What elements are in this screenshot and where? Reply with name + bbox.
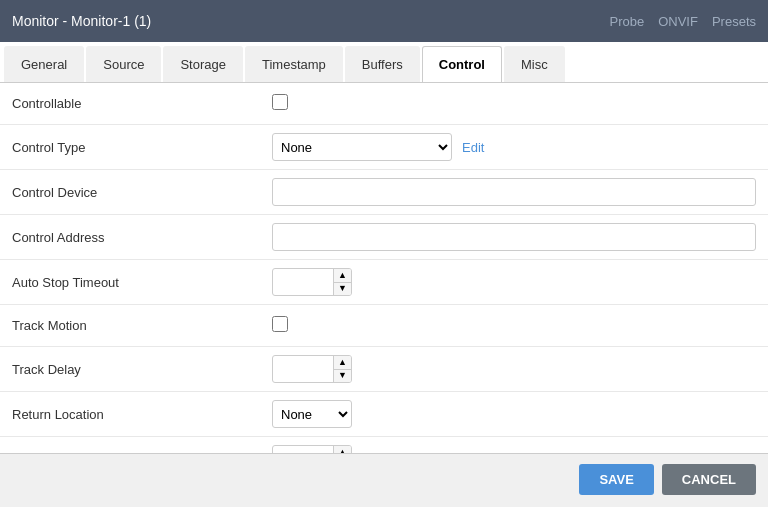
control-control-type: None Edit	[272, 133, 756, 161]
tab-source[interactable]: Source	[86, 46, 161, 82]
control-controllable	[272, 94, 756, 113]
row-track-delay: Track Delay ▲ ▼	[0, 347, 768, 392]
form-content: Controllable Control Type None Edit Cont…	[0, 83, 768, 453]
control-track-motion	[272, 316, 756, 335]
track-delay-input[interactable]	[273, 356, 333, 382]
label-control-device: Control Device	[12, 185, 272, 200]
tab-general[interactable]: General	[4, 46, 84, 82]
control-type-edit-link[interactable]: Edit	[462, 140, 484, 155]
label-control-type: Control Type	[12, 140, 272, 155]
row-control-type: Control Type None Edit	[0, 125, 768, 170]
header: Monitor - Monitor-1 (1) Probe ONVIF Pres…	[0, 0, 768, 42]
save-button[interactable]: SAVE	[579, 464, 653, 495]
cancel-button[interactable]: CANCEL	[662, 464, 756, 495]
label-return-location: Return Location	[12, 407, 272, 422]
footer: SAVE CANCEL	[0, 453, 768, 505]
auto-stop-timeout-spinner: ▲ ▼	[272, 268, 352, 296]
control-track-delay: ▲ ▼	[272, 355, 756, 383]
auto-stop-timeout-down[interactable]: ▼	[334, 283, 351, 296]
page-title: Monitor - Monitor-1 (1)	[12, 13, 151, 29]
auto-stop-timeout-up[interactable]: ▲	[334, 269, 351, 283]
row-return-location: Return Location None	[0, 392, 768, 437]
control-device-input[interactable]	[272, 178, 756, 206]
track-delay-up[interactable]: ▲	[334, 356, 351, 370]
track-motion-checkbox[interactable]	[272, 316, 288, 332]
return-delay-up[interactable]: ▲	[334, 446, 351, 453]
row-control-address: Control Address	[0, 215, 768, 260]
row-auto-stop-timeout: Auto Stop Timeout ▲ ▼	[0, 260, 768, 305]
tab-buffers[interactable]: Buffers	[345, 46, 420, 82]
auto-stop-timeout-buttons: ▲ ▼	[333, 269, 351, 295]
control-auto-stop-timeout: ▲ ▼	[272, 268, 756, 296]
label-controllable: Controllable	[12, 96, 272, 111]
presets-link[interactable]: Presets	[712, 14, 756, 29]
track-delay-spinner: ▲ ▼	[272, 355, 352, 383]
label-track-delay: Track Delay	[12, 362, 272, 377]
control-type-select[interactable]: None	[272, 133, 452, 161]
return-delay-spinner: ▲ ▼	[272, 445, 352, 453]
onvif-link[interactable]: ONVIF	[658, 14, 698, 29]
control-control-address	[272, 223, 756, 251]
control-address-input[interactable]	[272, 223, 756, 251]
return-location-select[interactable]: None	[272, 400, 352, 428]
controllable-checkbox[interactable]	[272, 94, 288, 110]
track-delay-buttons: ▲ ▼	[333, 356, 351, 382]
label-track-motion: Track Motion	[12, 318, 272, 333]
return-delay-buttons: ▲ ▼	[333, 446, 351, 453]
row-track-motion: Track Motion	[0, 305, 768, 347]
tab-control[interactable]: Control	[422, 46, 502, 82]
label-return-delay: Return Delay	[12, 452, 272, 454]
control-return-delay: ▲ ▼	[272, 445, 756, 453]
tab-bar: General Source Storage Timestamp Buffers…	[0, 42, 768, 83]
tab-misc[interactable]: Misc	[504, 46, 565, 82]
control-control-device	[272, 178, 756, 206]
track-delay-down[interactable]: ▼	[334, 370, 351, 383]
row-return-delay: Return Delay ▲ ▼	[0, 437, 768, 453]
control-return-location: None	[272, 400, 756, 428]
auto-stop-timeout-input[interactable]	[273, 269, 333, 295]
row-controllable: Controllable	[0, 83, 768, 125]
label-auto-stop-timeout: Auto Stop Timeout	[12, 275, 272, 290]
header-links: Probe ONVIF Presets	[609, 14, 756, 29]
control-type-wrapper: None Edit	[272, 133, 756, 161]
return-delay-input[interactable]	[273, 446, 333, 453]
probe-link[interactable]: Probe	[609, 14, 644, 29]
row-control-device: Control Device	[0, 170, 768, 215]
tab-timestamp[interactable]: Timestamp	[245, 46, 343, 82]
tab-storage[interactable]: Storage	[163, 46, 243, 82]
label-control-address: Control Address	[12, 230, 272, 245]
